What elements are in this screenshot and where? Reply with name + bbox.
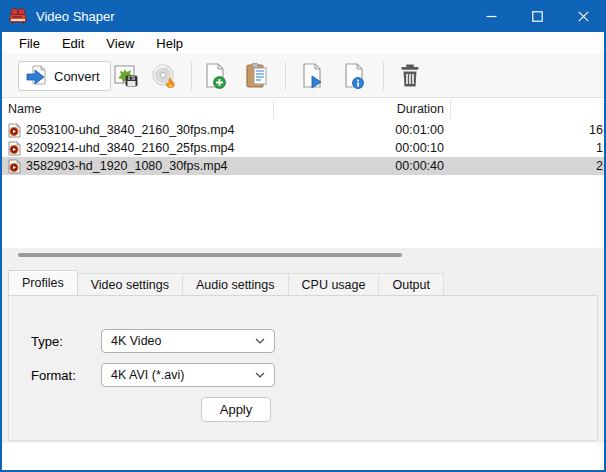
column-separator[interactable] [450, 100, 451, 119]
column-header-duration[interactable]: Duration [397, 102, 444, 116]
paste-icon [243, 62, 271, 90]
toolbar-separator [285, 62, 286, 90]
convert-arrow-icon [25, 64, 49, 88]
menu-edit[interactable]: Edit [51, 34, 95, 53]
menu-bar: File Edit View Help [2, 32, 604, 54]
profiles-panel: Type: 4K Video Format: 4K AVI (*.avi) Ap… [8, 295, 598, 441]
minimize-button[interactable] [468, 0, 514, 32]
format-select[interactable]: 4K AVI (*.avi) [101, 363, 275, 387]
media-file-icon [8, 141, 21, 156]
title-bar: Video Shaper [0, 0, 606, 32]
file-duration: 00:00:40 [395, 159, 444, 173]
play-file-button[interactable] [298, 62, 326, 90]
tab-audio-settings[interactable]: Audio settings [183, 273, 289, 295]
file-duration: 00:00:10 [395, 141, 444, 155]
column-separator[interactable] [273, 100, 274, 119]
client-area: File Edit View Help Convert [2, 32, 604, 470]
menu-help[interactable]: Help [145, 34, 194, 53]
file-row[interactable]: 2053100-uhd_3840_2160_30fps.mp4 00:01:00… [2, 121, 604, 139]
toolbar-separator [191, 62, 192, 90]
delete-button[interactable] [396, 62, 424, 90]
file-size: 2 [596, 159, 603, 173]
file-name: 2053100-uhd_3840_2160_30fps.mp4 [26, 123, 235, 137]
maximize-button[interactable] [514, 0, 560, 32]
type-label: Type: [31, 334, 63, 349]
horizontal-scrollbar[interactable] [18, 253, 402, 257]
type-select[interactable]: 4K Video [101, 329, 275, 353]
apply-button[interactable]: Apply [201, 397, 271, 422]
convert-label: Convert [54, 69, 100, 84]
add-file-button[interactable] [201, 62, 229, 90]
file-list-header: Name Duration [2, 98, 604, 121]
toolbar-separator [383, 62, 384, 90]
column-header-name[interactable]: Name [8, 102, 41, 116]
file-size: 1 [596, 141, 603, 155]
save-frame-button[interactable] [112, 62, 140, 90]
file-size: 16 [589, 123, 603, 137]
convert-button[interactable]: Convert [18, 61, 111, 91]
window-title: Video Shaper [36, 9, 115, 24]
file-name: 3209214-uhd_3840_2160_25fps.mp4 [26, 141, 235, 155]
burn-disc-button[interactable] [150, 62, 178, 90]
close-button[interactable] [560, 0, 606, 32]
tab-video-settings[interactable]: Video settings [78, 273, 183, 295]
play-file-icon [298, 62, 326, 90]
tab-cpu-usage[interactable]: CPU usage [289, 273, 380, 295]
file-list: Name Duration 2053100-uhd_3840_2160_30fp… [2, 98, 604, 248]
add-file-icon [201, 62, 229, 90]
burn-disc-icon [150, 62, 178, 90]
media-file-icon [8, 159, 21, 174]
tab-profiles[interactable]: Profiles [8, 270, 78, 295]
paste-button[interactable] [243, 62, 271, 90]
trash-icon [396, 62, 424, 90]
app-icon [9, 7, 28, 25]
chevron-down-icon [255, 338, 265, 344]
toolbar: Convert [2, 54, 604, 98]
bottom-pane: Profiles Video settings Audio settings C… [2, 248, 604, 443]
file-row[interactable]: 3209214-uhd_3840_2160_25fps.mp4 00:00:10… [2, 139, 604, 157]
file-name: 3582903-hd_1920_1080_30fps.mp4 [26, 159, 228, 173]
format-label: Format: [31, 368, 76, 383]
chevron-down-icon [255, 372, 265, 378]
format-value: 4K AVI (*.avi) [111, 368, 184, 382]
save-frame-icon [112, 62, 140, 90]
tab-output[interactable]: Output [379, 273, 444, 295]
type-value: 4K Video [111, 334, 162, 348]
app-window: Video Shaper File Edit View Help [0, 0, 606, 472]
file-row-selected[interactable]: 3582903-hd_1920_1080_30fps.mp4 00:00:40 … [2, 157, 604, 175]
file-duration: 00:01:00 [395, 123, 444, 137]
menu-view[interactable]: View [95, 34, 145, 53]
menu-file[interactable]: File [8, 34, 51, 53]
tab-bar: Profiles Video settings Audio settings C… [8, 270, 444, 295]
file-info-button[interactable] [340, 62, 368, 90]
media-file-icon [8, 123, 21, 138]
file-info-icon [340, 62, 368, 90]
